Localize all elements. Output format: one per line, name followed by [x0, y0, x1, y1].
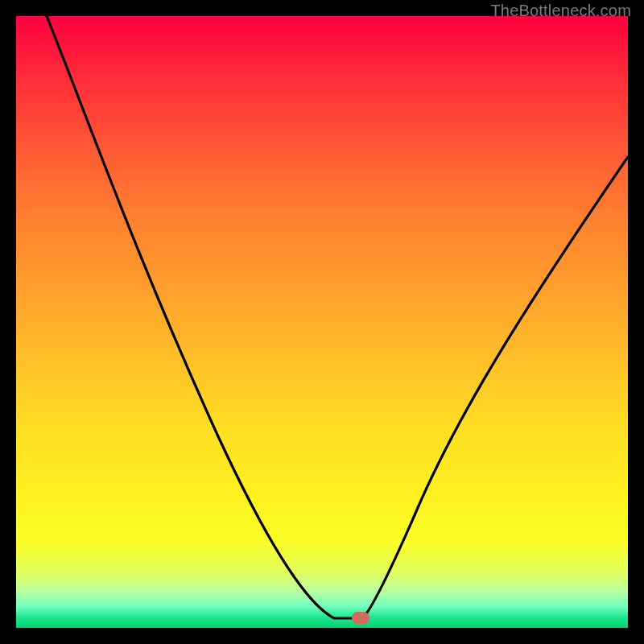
optimum-marker [352, 612, 369, 624]
chart-background-gradient [16, 16, 628, 628]
chart-stage: TheBottleneck.com [0, 0, 644, 644]
watermark-text: TheBottleneck.com [490, 2, 631, 20]
